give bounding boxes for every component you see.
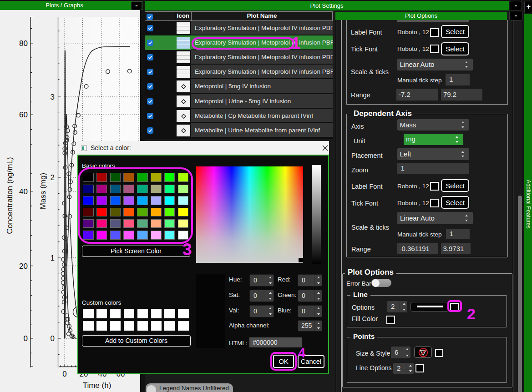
svg-text:3: 3 <box>51 93 55 101</box>
svg-text:60: 60 <box>19 111 28 119</box>
svg-text:40: 40 <box>19 187 28 196</box>
svg-text:Mass (mg): Mass (mg) <box>39 173 47 209</box>
svg-text:80: 80 <box>19 39 28 48</box>
svg-text:0: 0 <box>24 334 28 343</box>
svg-text:1: 1 <box>51 254 55 262</box>
svg-text:Concentration (ng/mL): Concentration (ng/mL) <box>5 157 14 234</box>
svg-text:20: 20 <box>19 262 28 271</box>
svg-text:0: 0 <box>51 334 55 343</box>
svg-text:2: 2 <box>51 173 55 182</box>
svg-text:0: 0 <box>62 370 66 378</box>
svg-text:Time (h): Time (h) <box>83 381 111 390</box>
